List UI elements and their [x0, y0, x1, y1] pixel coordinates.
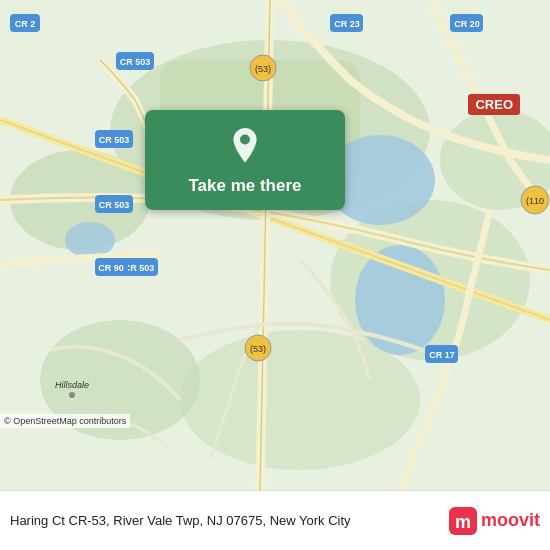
svg-text:Hillsdale: Hillsdale	[55, 380, 89, 390]
moovit-icon: m	[449, 507, 477, 535]
moovit-logo: m moovit	[449, 507, 540, 535]
svg-text:CR 23: CR 23	[334, 19, 360, 29]
take-me-there-card[interactable]: Take me there	[145, 110, 345, 210]
moovit-text: moovit	[481, 510, 540, 531]
bottom-bar: Haring Ct CR-53, River Vale Twp, NJ 0767…	[0, 490, 550, 550]
address-section: Haring Ct CR-53, River Vale Twp, NJ 0767…	[10, 513, 449, 528]
svg-text:(110: (110	[526, 196, 544, 206]
svg-text:CR 503: CR 503	[99, 135, 130, 145]
address-text: Haring Ct CR-53, River Vale Twp, NJ 0767…	[10, 513, 449, 528]
svg-point-10	[65, 222, 115, 258]
svg-text:CR 503: CR 503	[120, 57, 151, 67]
svg-point-41	[240, 135, 250, 145]
map-container: CR 503 CR 503 CR 503 CR 503 CR 2 CR 23 C…	[0, 0, 550, 490]
svg-text:CR 20: CR 20	[454, 19, 480, 29]
svg-text:CR 2: CR 2	[15, 19, 36, 29]
osm-attribution: © OpenStreetMap contributors	[0, 414, 130, 428]
take-me-there-label: Take me there	[188, 176, 301, 196]
svg-text:CR 90: CR 90	[98, 263, 124, 273]
svg-text:(53): (53)	[250, 344, 266, 354]
svg-text:m: m	[455, 512, 471, 532]
osm-text: © OpenStreetMap contributors	[4, 416, 126, 426]
svg-point-40	[69, 392, 75, 398]
location-pin-icon	[226, 128, 264, 166]
svg-text:CR 17: CR 17	[429, 350, 455, 360]
svg-text:(53): (53)	[255, 64, 271, 74]
svg-text:CR 503: CR 503	[99, 200, 130, 210]
creo-badge: CREO	[468, 94, 520, 115]
svg-text:CR 503: CR 503	[124, 263, 155, 273]
